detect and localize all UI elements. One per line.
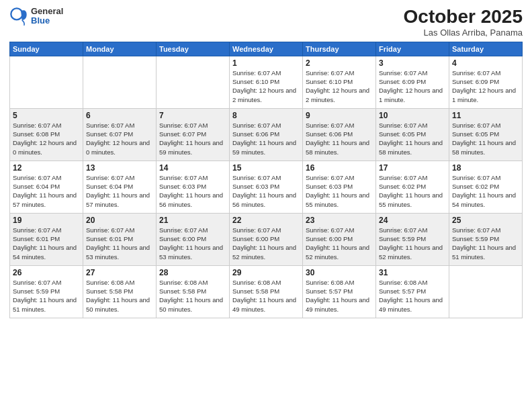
page: General Blue October 2025 Las Ollas Arri… — [0, 0, 532, 411]
calendar-cell: 2Sunrise: 6:07 AMSunset: 6:10 PMDaylight… — [303, 56, 376, 108]
calendar-cell: 5Sunrise: 6:07 AMSunset: 6:08 PMDaylight… — [10, 108, 83, 161]
day-number: 31 — [379, 268, 446, 277]
day-info: Sunrise: 6:07 AMSunset: 6:03 PMDaylight:… — [306, 173, 373, 209]
day-number: 13 — [86, 163, 153, 173]
day-number: 28 — [159, 268, 226, 277]
day-info: Sunrise: 6:08 AMSunset: 5:58 PMDaylight:… — [86, 278, 153, 314]
day-number: 27 — [86, 268, 153, 277]
day-info: Sunrise: 6:08 AMSunset: 5:58 PMDaylight:… — [159, 278, 226, 314]
day-number: 10 — [379, 111, 446, 120]
day-info: Sunrise: 6:07 AMSunset: 6:07 PMDaylight:… — [159, 121, 226, 156]
weekday-tuesday: Tuesday — [157, 42, 230, 56]
day-number: 8 — [232, 111, 300, 120]
day-number: 9 — [306, 111, 373, 120]
day-number: 16 — [306, 163, 373, 173]
calendar-cell: 7Sunrise: 6:07 AMSunset: 6:07 PMDaylight… — [157, 108, 230, 161]
day-number: 6 — [86, 111, 153, 120]
calendar-cell: 29Sunrise: 6:08 AMSunset: 5:58 PMDayligh… — [230, 265, 303, 318]
day-info: Sunrise: 6:07 AMSunset: 6:03 PMDaylight:… — [159, 173, 226, 209]
day-info: Sunrise: 6:07 AMSunset: 6:04 PMDaylight:… — [86, 173, 153, 209]
day-number: 2 — [306, 58, 373, 68]
day-info: Sunrise: 6:07 AMSunset: 6:09 PMDaylight:… — [452, 68, 519, 104]
calendar-cell: 4Sunrise: 6:07 AMSunset: 6:09 PMDaylight… — [449, 56, 523, 108]
calendar-cell: 15Sunrise: 6:07 AMSunset: 6:03 PMDayligh… — [230, 161, 303, 213]
weekday-monday: Monday — [83, 42, 157, 56]
day-info: Sunrise: 6:07 AMSunset: 6:09 PMDaylight:… — [379, 68, 446, 104]
calendar-cell: 25Sunrise: 6:07 AMSunset: 5:59 PMDayligh… — [449, 213, 523, 265]
weekday-sunday: Sunday — [10, 42, 83, 56]
calendar-cell: 18Sunrise: 6:07 AMSunset: 6:02 PMDayligh… — [449, 161, 523, 213]
day-info: Sunrise: 6:07 AMSunset: 6:00 PMDaylight:… — [159, 226, 226, 261]
calendar-cell: 6Sunrise: 6:07 AMSunset: 6:07 PMDaylight… — [83, 108, 157, 161]
calendar-cell: 20Sunrise: 6:07 AMSunset: 6:01 PMDayligh… — [83, 213, 157, 265]
calendar-cell: 28Sunrise: 6:08 AMSunset: 5:58 PMDayligh… — [157, 265, 230, 318]
day-info: Sunrise: 6:07 AMSunset: 6:05 PMDaylight:… — [379, 121, 446, 156]
day-info: Sunrise: 6:07 AMSunset: 6:03 PMDaylight:… — [232, 173, 300, 209]
calendar-cell: 23Sunrise: 6:07 AMSunset: 6:00 PMDayligh… — [303, 213, 376, 265]
day-info: Sunrise: 6:07 AMSunset: 5:59 PMDaylight:… — [379, 226, 446, 261]
day-number: 17 — [379, 163, 446, 173]
week-row-3: 12Sunrise: 6:07 AMSunset: 6:04 PMDayligh… — [10, 161, 523, 213]
day-number: 12 — [13, 163, 80, 173]
day-info: Sunrise: 6:07 AMSunset: 6:01 PMDaylight:… — [86, 226, 153, 261]
day-info: Sunrise: 6:07 AMSunset: 5:59 PMDaylight:… — [13, 278, 80, 314]
day-number: 15 — [232, 163, 300, 173]
day-info: Sunrise: 6:08 AMSunset: 5:57 PMDaylight:… — [306, 278, 373, 314]
calendar-cell: 1Sunrise: 6:07 AMSunset: 6:10 PMDaylight… — [230, 56, 303, 108]
week-row-1: 1Sunrise: 6:07 AMSunset: 6:10 PMDaylight… — [10, 56, 523, 108]
logo-general: General — [31, 7, 63, 16]
day-info: Sunrise: 6:08 AMSunset: 5:57 PMDaylight:… — [379, 278, 446, 314]
weekday-wednesday: Wednesday — [230, 42, 303, 56]
day-info: Sunrise: 6:07 AMSunset: 6:01 PMDaylight:… — [13, 226, 80, 261]
calendar-cell: 24Sunrise: 6:07 AMSunset: 5:59 PMDayligh… — [376, 213, 449, 265]
location: Las Ollas Arriba, Panama — [404, 28, 523, 38]
logo-text: General Blue — [31, 7, 63, 26]
calendar: SundayMondayTuesdayWednesdayThursdayFrid… — [9, 42, 523, 318]
title-block: October 2025 Las Ollas Arriba, Panama — [404, 7, 523, 38]
calendar-cell: 26Sunrise: 6:07 AMSunset: 5:59 PMDayligh… — [10, 265, 83, 318]
weekday-header-row: SundayMondayTuesdayWednesdayThursdayFrid… — [10, 42, 523, 56]
day-number: 19 — [13, 216, 80, 225]
calendar-cell: 17Sunrise: 6:07 AMSunset: 6:02 PMDayligh… — [376, 161, 449, 213]
logo-blue: Blue — [31, 16, 63, 26]
calendar-cell: 11Sunrise: 6:07 AMSunset: 6:05 PMDayligh… — [449, 108, 523, 161]
calendar-cell: 27Sunrise: 6:08 AMSunset: 5:58 PMDayligh… — [83, 265, 157, 318]
day-number: 22 — [232, 216, 300, 225]
calendar-cell — [449, 265, 523, 318]
calendar-cell: 21Sunrise: 6:07 AMSunset: 6:00 PMDayligh… — [157, 213, 230, 265]
calendar-cell: 9Sunrise: 6:07 AMSunset: 6:06 PMDaylight… — [303, 108, 376, 161]
week-row-5: 26Sunrise: 6:07 AMSunset: 5:59 PMDayligh… — [10, 265, 523, 318]
day-number: 3 — [379, 58, 446, 68]
day-number: 11 — [452, 111, 519, 120]
calendar-cell: 31Sunrise: 6:08 AMSunset: 5:57 PMDayligh… — [376, 265, 449, 318]
logo: General Blue — [9, 7, 63, 26]
weekday-friday: Friday — [376, 42, 449, 56]
header: General Blue October 2025 Las Ollas Arri… — [9, 7, 523, 38]
day-info: Sunrise: 6:07 AMSunset: 6:00 PMDaylight:… — [306, 226, 373, 261]
day-number: 23 — [306, 216, 373, 225]
week-row-2: 5Sunrise: 6:07 AMSunset: 6:08 PMDaylight… — [10, 108, 523, 161]
calendar-cell: 13Sunrise: 6:07 AMSunset: 6:04 PMDayligh… — [83, 161, 157, 213]
weekday-saturday: Saturday — [449, 42, 523, 56]
day-info: Sunrise: 6:07 AMSunset: 6:07 PMDaylight:… — [86, 121, 153, 156]
day-info: Sunrise: 6:08 AMSunset: 5:58 PMDaylight:… — [232, 278, 300, 314]
day-info: Sunrise: 6:07 AMSunset: 6:06 PMDaylight:… — [306, 121, 373, 156]
day-info: Sunrise: 6:07 AMSunset: 6:06 PMDaylight:… — [232, 121, 300, 156]
calendar-cell: 3Sunrise: 6:07 AMSunset: 6:09 PMDaylight… — [376, 56, 449, 108]
calendar-cell: 22Sunrise: 6:07 AMSunset: 6:00 PMDayligh… — [230, 213, 303, 265]
calendar-cell — [157, 56, 230, 108]
calendar-cell — [10, 56, 83, 108]
day-number: 30 — [306, 268, 373, 277]
day-number: 1 — [232, 58, 300, 68]
day-info: Sunrise: 6:07 AMSunset: 6:04 PMDaylight:… — [13, 173, 80, 209]
calendar-cell: 16Sunrise: 6:07 AMSunset: 6:03 PMDayligh… — [303, 161, 376, 213]
day-number: 4 — [452, 58, 519, 68]
calendar-cell: 19Sunrise: 6:07 AMSunset: 6:01 PMDayligh… — [10, 213, 83, 265]
day-info: Sunrise: 6:07 AMSunset: 6:08 PMDaylight:… — [13, 121, 80, 156]
calendar-cell: 12Sunrise: 6:07 AMSunset: 6:04 PMDayligh… — [10, 161, 83, 213]
day-info: Sunrise: 6:07 AMSunset: 6:00 PMDaylight:… — [232, 226, 300, 261]
weekday-thursday: Thursday — [303, 42, 376, 56]
day-info: Sunrise: 6:07 AMSunset: 6:02 PMDaylight:… — [452, 173, 519, 209]
week-row-4: 19Sunrise: 6:07 AMSunset: 6:01 PMDayligh… — [10, 213, 523, 265]
day-info: Sunrise: 6:07 AMSunset: 6:10 PMDaylight:… — [306, 68, 373, 104]
